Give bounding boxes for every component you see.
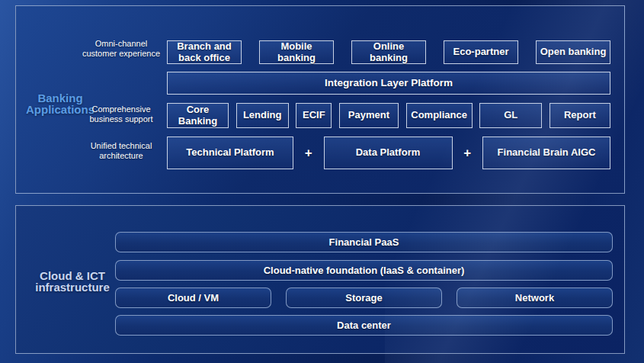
box-financial-paas: Financial PaaS — [115, 232, 613, 252]
channel-row: Branch and back office Mobile banking On… — [167, 40, 610, 64]
financial-paas-row: Financial PaaS — [115, 232, 613, 252]
cloud-ict-panel: Cloud & ICT infrastructure Financial Paa… — [15, 205, 625, 354]
plus-sign: + — [453, 137, 483, 169]
box-branch-back-office: Branch and back office — [167, 40, 242, 64]
technical-row: Technical Platform + Data Platform + Fin… — [167, 137, 610, 169]
box-compliance: Compliance — [406, 103, 473, 128]
box-eco-partner: Eco-partner — [444, 40, 518, 64]
integration-row: Integration Layer Platform — [167, 72, 610, 95]
omni-channel-label: Omni-channel customer experience — [78, 39, 164, 59]
box-report: Report — [549, 103, 610, 128]
box-network: Network — [457, 288, 613, 308]
data-center-row: Data center — [115, 315, 613, 336]
infrastructure-row: Cloud / VM Storage Network — [115, 288, 613, 308]
banking-architecture-diagram: Banking Applications Omni-channel custom… — [0, 0, 644, 363]
cloud-native-row: Cloud-native foundation (IaaS & containe… — [115, 260, 613, 281]
box-data-center: Data center — [115, 315, 613, 336]
box-cloud-native-foundation: Cloud-native foundation (IaaS & containe… — [115, 260, 613, 281]
box-lending: Lending — [236, 103, 289, 128]
box-storage: Storage — [286, 288, 442, 308]
box-ecif: ECIF — [296, 103, 332, 128]
box-financial-brain-aigc: Financial Brain AIGC — [482, 137, 610, 169]
box-cloud-vm: Cloud / VM — [115, 288, 271, 308]
technical-architecture-label: Unified technical architecture — [78, 141, 164, 161]
box-integration-layer-platform: Integration Layer Platform — [167, 72, 610, 95]
business-support-label: Comprehensive business support — [78, 104, 164, 124]
plus-sign: + — [293, 137, 324, 169]
box-core-banking: Core Banking — [167, 103, 229, 128]
box-mobile-banking: Mobile banking — [259, 40, 334, 64]
box-technical-platform: Technical Platform — [167, 137, 293, 169]
box-data-platform: Data Platform — [324, 137, 453, 169]
banking-applications-panel: Banking Applications Omni-channel custom… — [15, 5, 625, 194]
box-open-banking: Open banking — [536, 40, 610, 64]
cloud-ict-title: Cloud & ICT infrastructure — [22, 270, 123, 293]
box-gl: GL — [479, 103, 542, 128]
box-online-banking: Online banking — [351, 40, 426, 64]
business-row: Core Banking Lending ECIF Payment Compli… — [167, 103, 610, 128]
box-payment: Payment — [339, 103, 399, 128]
